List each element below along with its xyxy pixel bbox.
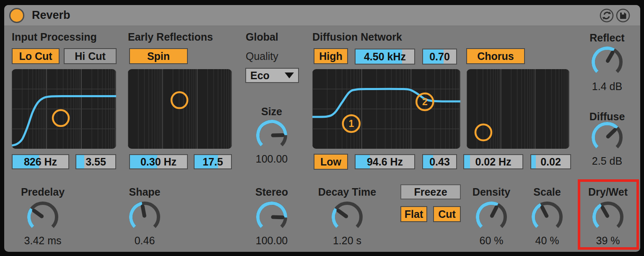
spin-label: Spin bbox=[147, 50, 170, 62]
hi-cut-label: Hi Cut bbox=[75, 50, 106, 62]
diffusion-network-header: Diffusion Network bbox=[312, 31, 402, 43]
input-filter-display[interactable] bbox=[12, 69, 116, 149]
lo-cut-button[interactable]: Lo Cut bbox=[12, 48, 60, 64]
chevron-down-icon bbox=[285, 72, 294, 78]
predelay-label: Predelay bbox=[9, 186, 76, 198]
chorus-display[interactable] bbox=[467, 69, 569, 149]
quality-selector[interactable]: Eco bbox=[245, 68, 299, 83]
svg-text:1: 1 bbox=[348, 118, 354, 129]
value-text: 94.6 Hz bbox=[356, 155, 414, 168]
device-title: Reverb bbox=[32, 5, 70, 26]
value-text: 826 Hz bbox=[13, 155, 68, 168]
size-knob[interactable] bbox=[252, 115, 292, 155]
cut-button[interactable]: Cut bbox=[433, 206, 461, 222]
density-knob[interactable] bbox=[471, 197, 512, 237]
chorus-label: Chorus bbox=[477, 50, 514, 62]
spin-amount-value[interactable]: 17.5 bbox=[194, 154, 232, 169]
scale-value: 40 % bbox=[514, 235, 581, 247]
shape-label: Shape bbox=[111, 186, 178, 198]
diffusion-filter-display[interactable]: 12 bbox=[312, 69, 460, 149]
lo-shelf-freq-value[interactable]: 94.6 Hz bbox=[355, 154, 415, 169]
quality-value: Eco bbox=[250, 70, 270, 82]
lo-cut-label: Lo Cut bbox=[19, 50, 52, 62]
hot-swap-button[interactable] bbox=[600, 8, 614, 23]
chorus-amount-value[interactable]: 0.02 bbox=[530, 154, 571, 169]
dry-wet-knob[interactable] bbox=[588, 197, 628, 237]
size-value: 100.00 bbox=[238, 153, 305, 165]
freeze-button[interactable]: Freeze bbox=[400, 184, 461, 199]
dry-wet-value: 39 % bbox=[574, 235, 641, 247]
hi-shelf-gain-value[interactable]: 0.70 bbox=[422, 49, 457, 65]
decay-time-knob[interactable] bbox=[327, 197, 367, 237]
chorus-button[interactable]: Chorus bbox=[466, 48, 525, 64]
stereo-knob[interactable] bbox=[252, 197, 292, 237]
reverb-device: Reverb Input Processing Early bbox=[4, 5, 640, 252]
device-title-bar: Reverb bbox=[4, 5, 640, 26]
shape-value: 0.46 bbox=[111, 235, 178, 247]
predelay-knob[interactable] bbox=[23, 197, 63, 237]
scale-knob[interactable] bbox=[527, 197, 567, 237]
hi-shelf-button[interactable]: High bbox=[314, 48, 348, 64]
spin-rate-value[interactable]: 0.30 Hz bbox=[129, 154, 188, 169]
screenshot-root: Reverb Input Processing Early bbox=[0, 0, 644, 256]
scale-label: Scale bbox=[514, 186, 581, 198]
decay-time-value: 1.20 s bbox=[314, 235, 381, 247]
value-text: 0.43 bbox=[423, 155, 456, 168]
reflect-knob[interactable] bbox=[587, 42, 627, 82]
lo-shelf-label: Low bbox=[320, 156, 341, 168]
hi-shelf-label: High bbox=[319, 50, 343, 62]
freeze-label: Freeze bbox=[414, 186, 447, 198]
device-activator-led[interactable] bbox=[9, 8, 24, 23]
early-reflections-header: Early Reflections bbox=[128, 31, 213, 43]
lo-shelf-button[interactable]: Low bbox=[314, 154, 348, 170]
save-icon bbox=[616, 8, 630, 23]
shape-knob[interactable] bbox=[125, 197, 165, 237]
input-filter-freq-value[interactable]: 826 Hz bbox=[12, 154, 69, 169]
value-text: 0.70 bbox=[423, 49, 456, 64]
value-text: 3.55 bbox=[76, 155, 115, 168]
hi-shelf-freq-value[interactable]: 4.50 kHz bbox=[355, 49, 415, 65]
diffuse-knob[interactable] bbox=[587, 117, 627, 158]
stereo-value: 100.00 bbox=[238, 235, 305, 247]
chorus-rate-value[interactable]: 0.02 Hz bbox=[463, 154, 523, 169]
spin-display[interactable] bbox=[128, 69, 232, 149]
stereo-label: Stereo bbox=[238, 186, 305, 198]
value-text: 0.02 Hz bbox=[464, 155, 522, 168]
decay-time-label: Decay Time bbox=[314, 186, 381, 198]
hot-swap-icon bbox=[600, 8, 614, 23]
value-text: 0.30 Hz bbox=[130, 155, 187, 168]
hi-cut-button[interactable]: Hi Cut bbox=[64, 48, 117, 64]
dry-wet-label: Dry/Wet bbox=[574, 186, 641, 198]
lo-shelf-gain-value[interactable]: 0.43 bbox=[422, 154, 457, 169]
cut-label: Cut bbox=[438, 208, 456, 220]
value-text: 0.02 bbox=[531, 155, 570, 168]
input-processing-header: Input Processing bbox=[12, 31, 97, 43]
input-filter-q-value[interactable]: 3.55 bbox=[75, 154, 116, 169]
global-header: Global bbox=[246, 31, 278, 43]
diffuse-value: 2.5 dB bbox=[574, 155, 641, 167]
save-preset-button[interactable] bbox=[616, 8, 630, 23]
flat-button[interactable]: Flat bbox=[400, 206, 427, 222]
predelay-value: 3.42 ms bbox=[9, 235, 76, 247]
quality-label: Quality bbox=[246, 50, 278, 62]
spin-button[interactable]: Spin bbox=[129, 48, 188, 64]
value-text: 17.5 bbox=[195, 155, 231, 168]
flat-label: Flat bbox=[405, 208, 423, 220]
reflect-value: 1.4 dB bbox=[574, 80, 641, 93]
value-text: 4.50 kHz bbox=[356, 49, 414, 64]
svg-text:2: 2 bbox=[422, 96, 428, 107]
